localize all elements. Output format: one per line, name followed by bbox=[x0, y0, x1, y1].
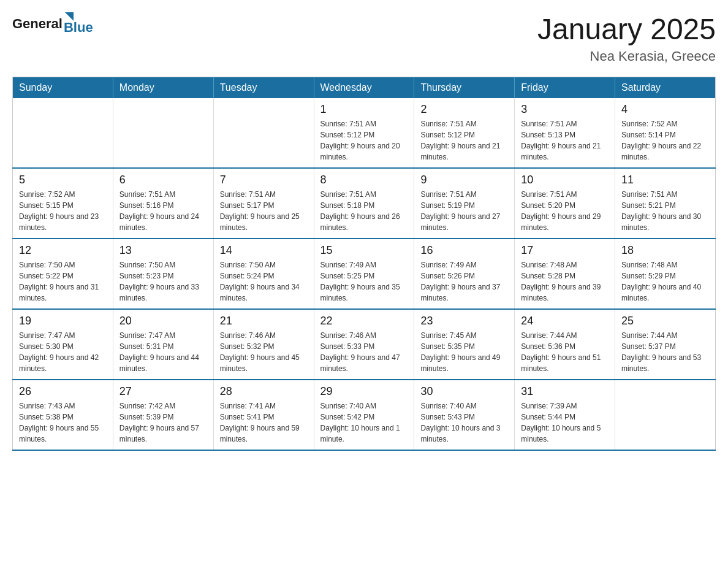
logo-blue-section: Blue bbox=[64, 12, 93, 36]
weekday-header-friday: Friday bbox=[515, 77, 615, 99]
day-number: 12 bbox=[19, 244, 107, 257]
calendar-cell: 6Sunrise: 7:51 AM Sunset: 5:16 PM Daylig… bbox=[113, 168, 213, 239]
day-number: 15 bbox=[320, 244, 408, 257]
calendar-cell: 7Sunrise: 7:51 AM Sunset: 5:17 PM Daylig… bbox=[213, 168, 314, 239]
calendar-cell: 28Sunrise: 7:41 AM Sunset: 5:41 PM Dayli… bbox=[213, 380, 314, 450]
day-number: 1 bbox=[320, 103, 408, 116]
calendar-cell: 12Sunrise: 7:50 AM Sunset: 5:22 PM Dayli… bbox=[13, 239, 113, 309]
calendar-title: January 2025 bbox=[537, 12, 716, 46]
day-number: 7 bbox=[220, 174, 308, 186]
day-info: Sunrise: 7:47 AM Sunset: 5:31 PM Dayligh… bbox=[119, 330, 207, 374]
day-info: Sunrise: 7:46 AM Sunset: 5:33 PM Dayligh… bbox=[320, 330, 408, 374]
day-number: 24 bbox=[521, 315, 609, 327]
day-number: 25 bbox=[621, 315, 709, 327]
day-info: Sunrise: 7:43 AM Sunset: 5:38 PM Dayligh… bbox=[19, 400, 107, 445]
calendar-week-row: 1Sunrise: 7:51 AM Sunset: 5:12 PM Daylig… bbox=[13, 98, 716, 168]
day-info: Sunrise: 7:51 AM Sunset: 5:13 PM Dayligh… bbox=[521, 118, 609, 163]
calendar-cell: 1Sunrise: 7:51 AM Sunset: 5:12 PM Daylig… bbox=[314, 98, 414, 168]
calendar-cell: 16Sunrise: 7:49 AM Sunset: 5:26 PM Dayli… bbox=[414, 239, 515, 309]
day-number: 27 bbox=[119, 385, 207, 398]
calendar-week-row: 12Sunrise: 7:50 AM Sunset: 5:22 PM Dayli… bbox=[13, 239, 716, 309]
day-number: 19 bbox=[19, 315, 107, 327]
calendar-cell: 17Sunrise: 7:48 AM Sunset: 5:28 PM Dayli… bbox=[515, 239, 615, 309]
calendar-cell: 29Sunrise: 7:40 AM Sunset: 5:42 PM Dayli… bbox=[314, 380, 414, 450]
day-info: Sunrise: 7:51 AM Sunset: 5:12 PM Dayligh… bbox=[420, 118, 508, 163]
day-number: 20 bbox=[119, 315, 207, 327]
calendar-cell: 19Sunrise: 7:47 AM Sunset: 5:30 PM Dayli… bbox=[13, 309, 113, 380]
calendar-cell: 15Sunrise: 7:49 AM Sunset: 5:25 PM Dayli… bbox=[314, 239, 414, 309]
calendar-cell: 9Sunrise: 7:51 AM Sunset: 5:19 PM Daylig… bbox=[414, 168, 515, 239]
calendar-cell: 8Sunrise: 7:51 AM Sunset: 5:18 PM Daylig… bbox=[314, 168, 414, 239]
day-number: 21 bbox=[220, 315, 308, 327]
calendar-cell: 21Sunrise: 7:46 AM Sunset: 5:32 PM Dayli… bbox=[213, 309, 314, 380]
day-number: 9 bbox=[420, 174, 508, 186]
calendar-cell: 10Sunrise: 7:51 AM Sunset: 5:20 PM Dayli… bbox=[515, 168, 615, 239]
day-number: 26 bbox=[19, 385, 107, 398]
day-info: Sunrise: 7:40 AM Sunset: 5:42 PM Dayligh… bbox=[320, 400, 408, 445]
day-info: Sunrise: 7:50 AM Sunset: 5:24 PM Dayligh… bbox=[220, 259, 308, 304]
day-number: 22 bbox=[320, 315, 408, 327]
calendar-cell: 11Sunrise: 7:51 AM Sunset: 5:21 PM Dayli… bbox=[615, 168, 716, 239]
calendar-cell: 26Sunrise: 7:43 AM Sunset: 5:38 PM Dayli… bbox=[13, 380, 113, 450]
day-number: 16 bbox=[420, 244, 508, 257]
page-header: General Blue January 2025 Nea Kerasia, G… bbox=[12, 12, 716, 64]
calendar-week-row: 26Sunrise: 7:43 AM Sunset: 5:38 PM Dayli… bbox=[13, 380, 716, 450]
calendar-cell bbox=[615, 380, 716, 450]
weekday-header-sunday: Sunday bbox=[13, 77, 113, 99]
day-number: 29 bbox=[320, 385, 408, 398]
calendar-cell: 22Sunrise: 7:46 AM Sunset: 5:33 PM Dayli… bbox=[314, 309, 414, 380]
calendar-cell: 25Sunrise: 7:44 AM Sunset: 5:37 PM Dayli… bbox=[615, 309, 716, 380]
weekday-header-saturday: Saturday bbox=[615, 77, 716, 99]
day-info: Sunrise: 7:50 AM Sunset: 5:22 PM Dayligh… bbox=[19, 259, 107, 304]
calendar-cell bbox=[213, 98, 314, 168]
day-number: 8 bbox=[320, 174, 408, 186]
day-number: 17 bbox=[521, 244, 609, 257]
calendar-subtitle: Nea Kerasia, Greece bbox=[537, 48, 716, 64]
day-info: Sunrise: 7:39 AM Sunset: 5:44 PM Dayligh… bbox=[521, 400, 609, 445]
day-info: Sunrise: 7:52 AM Sunset: 5:14 PM Dayligh… bbox=[621, 118, 709, 163]
calendar-cell: 4Sunrise: 7:52 AM Sunset: 5:14 PM Daylig… bbox=[615, 98, 716, 168]
day-info: Sunrise: 7:44 AM Sunset: 5:36 PM Dayligh… bbox=[521, 330, 609, 374]
day-info: Sunrise: 7:51 AM Sunset: 5:17 PM Dayligh… bbox=[220, 189, 308, 233]
calendar-cell: 31Sunrise: 7:39 AM Sunset: 5:44 PM Dayli… bbox=[515, 380, 615, 450]
calendar-cell bbox=[13, 98, 113, 168]
day-number: 13 bbox=[119, 244, 207, 257]
day-info: Sunrise: 7:42 AM Sunset: 5:39 PM Dayligh… bbox=[119, 400, 207, 445]
calendar-cell: 18Sunrise: 7:48 AM Sunset: 5:29 PM Dayli… bbox=[615, 239, 716, 309]
calendar-week-row: 5Sunrise: 7:52 AM Sunset: 5:15 PM Daylig… bbox=[13, 168, 716, 239]
weekday-header-monday: Monday bbox=[113, 77, 213, 99]
calendar-week-row: 19Sunrise: 7:47 AM Sunset: 5:30 PM Dayli… bbox=[13, 309, 716, 380]
weekday-header-row: SundayMondayTuesdayWednesdayThursdayFrid… bbox=[13, 77, 716, 99]
calendar-cell: 23Sunrise: 7:45 AM Sunset: 5:35 PM Dayli… bbox=[414, 309, 515, 380]
logo: General Blue bbox=[12, 12, 93, 36]
calendar-cell: 14Sunrise: 7:50 AM Sunset: 5:24 PM Dayli… bbox=[213, 239, 314, 309]
calendar-cell: 13Sunrise: 7:50 AM Sunset: 5:23 PM Dayli… bbox=[113, 239, 213, 309]
logo-blue-text: Blue bbox=[64, 20, 93, 36]
day-info: Sunrise: 7:48 AM Sunset: 5:28 PM Dayligh… bbox=[521, 259, 609, 304]
calendar-cell: 30Sunrise: 7:40 AM Sunset: 5:43 PM Dayli… bbox=[414, 380, 515, 450]
calendar-cell bbox=[113, 98, 213, 168]
day-number: 28 bbox=[220, 385, 308, 398]
calendar-cell: 20Sunrise: 7:47 AM Sunset: 5:31 PM Dayli… bbox=[113, 309, 213, 380]
day-number: 3 bbox=[521, 103, 609, 116]
day-info: Sunrise: 7:41 AM Sunset: 5:41 PM Dayligh… bbox=[220, 400, 308, 445]
day-info: Sunrise: 7:51 AM Sunset: 5:20 PM Dayligh… bbox=[521, 189, 609, 233]
calendar-cell: 3Sunrise: 7:51 AM Sunset: 5:13 PM Daylig… bbox=[515, 98, 615, 168]
day-info: Sunrise: 7:51 AM Sunset: 5:16 PM Dayligh… bbox=[119, 189, 207, 233]
calendar-cell: 24Sunrise: 7:44 AM Sunset: 5:36 PM Dayli… bbox=[515, 309, 615, 380]
day-info: Sunrise: 7:45 AM Sunset: 5:35 PM Dayligh… bbox=[420, 330, 508, 374]
weekday-header-wednesday: Wednesday bbox=[314, 77, 414, 99]
day-info: Sunrise: 7:47 AM Sunset: 5:30 PM Dayligh… bbox=[19, 330, 107, 374]
day-info: Sunrise: 7:40 AM Sunset: 5:43 PM Dayligh… bbox=[420, 400, 508, 445]
day-info: Sunrise: 7:49 AM Sunset: 5:26 PM Dayligh… bbox=[420, 259, 508, 304]
day-number: 10 bbox=[521, 174, 609, 186]
title-section: January 2025 Nea Kerasia, Greece bbox=[537, 12, 716, 64]
day-info: Sunrise: 7:51 AM Sunset: 5:18 PM Dayligh… bbox=[320, 189, 408, 233]
day-number: 14 bbox=[220, 244, 308, 257]
day-number: 2 bbox=[420, 103, 508, 116]
calendar-cell: 2Sunrise: 7:51 AM Sunset: 5:12 PM Daylig… bbox=[414, 98, 515, 168]
day-number: 31 bbox=[521, 385, 609, 398]
day-number: 23 bbox=[420, 315, 508, 327]
logo-general-text: General bbox=[12, 16, 63, 32]
day-number: 6 bbox=[119, 174, 207, 186]
